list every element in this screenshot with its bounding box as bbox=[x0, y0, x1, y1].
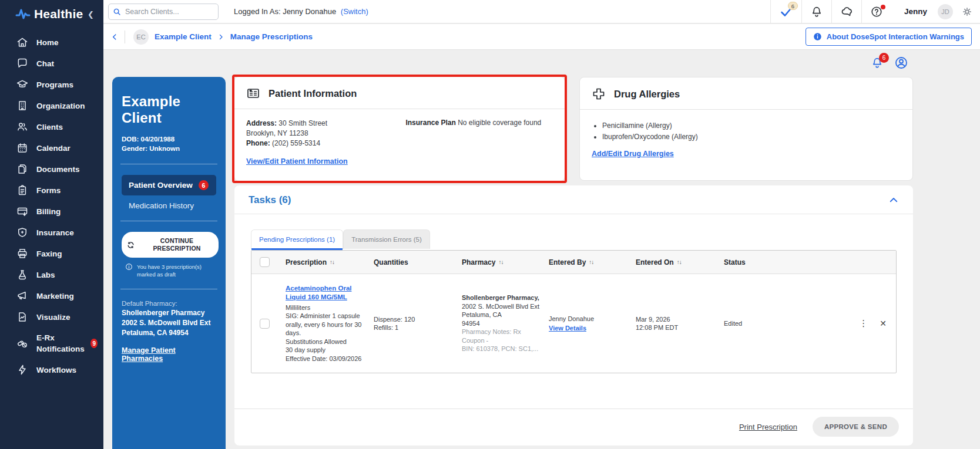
sidebar-item-label: Marketing bbox=[36, 291, 74, 302]
drug-sig: SIG: Administer 1 capsule orally, every … bbox=[286, 312, 367, 337]
sidebar-item-erx-notifications[interactable]: E-Rx Notifications 9 bbox=[0, 328, 103, 359]
apps-button[interactable] bbox=[831, 0, 861, 23]
sidebar-item-billing[interactable]: Billing bbox=[0, 201, 103, 222]
sidebar-item-visualize[interactable]: Visualize bbox=[0, 306, 103, 328]
flask-icon bbox=[16, 269, 28, 281]
clipboard-icon bbox=[16, 184, 28, 196]
workflow-icon bbox=[16, 364, 28, 376]
allergy-list: Penicillamine (Allergy) Ibuprofen/Oxycod… bbox=[602, 120, 901, 143]
tab-transmission-errors[interactable]: Transmission Errors (5) bbox=[343, 229, 430, 249]
client-name: Example Client bbox=[122, 93, 216, 126]
sidebar-item-label: E-Rx Notifications bbox=[36, 332, 86, 355]
sidebar-item-chat[interactable]: Chat bbox=[0, 53, 103, 74]
sidebar-item-label: Faxing bbox=[36, 248, 62, 259]
column-pharmacy[interactable]: Pharmacy ↑↓ bbox=[462, 258, 549, 266]
sidebar-item-label: Workflows bbox=[36, 364, 76, 376]
sidebar-item-faxing[interactable]: Faxing bbox=[0, 243, 103, 264]
patient-overview-label: Patient Overview bbox=[129, 181, 193, 190]
medication-history-tab[interactable]: Medication History bbox=[122, 195, 216, 210]
status-cell: Edited bbox=[724, 319, 838, 328]
bell-icon bbox=[810, 5, 823, 18]
tasks-check-button[interactable]: 6 bbox=[770, 0, 801, 23]
print-prescription-link[interactable]: Print Prescription bbox=[739, 423, 797, 431]
breadcrumb-divider bbox=[125, 31, 125, 43]
sidebar-item-programs[interactable]: Programs bbox=[0, 74, 103, 95]
dispense: Dispense: 120 bbox=[374, 315, 455, 324]
pharmacy-name: Shollenberger Pharmacy bbox=[122, 308, 216, 318]
main-content: 6 Example Client DOB: 04/20/1988 Gender:… bbox=[103, 50, 980, 449]
user-avatar[interactable]: JD bbox=[938, 4, 953, 19]
column-label: Entered By bbox=[549, 258, 586, 266]
back-chevron-icon[interactable] bbox=[103, 31, 125, 43]
draft-note-text: You have 3 prescription(s) marked as dra… bbox=[137, 263, 216, 278]
patient-overview-tab[interactable]: Patient Overview 6 bbox=[122, 175, 216, 195]
entered-on-time: 12:08 PM EDT bbox=[636, 323, 717, 332]
entered-on-cell: Mar 9, 2026 12:08 PM EDT bbox=[636, 315, 724, 332]
sidebar-item-organization[interactable]: Organization bbox=[0, 95, 103, 116]
sidebar-item-label: Clients bbox=[36, 121, 63, 133]
patient-address-block: Address: 30 Smith Street Brooklyn, NY 11… bbox=[246, 119, 405, 167]
patient-overview-badge: 6 bbox=[199, 180, 209, 190]
edit-patient-info-link[interactable]: View/Edit Patient Information bbox=[246, 157, 348, 167]
people-icon bbox=[16, 121, 28, 133]
kebab-menu-icon[interactable]: ⋮ bbox=[859, 318, 868, 329]
brand-name: Healthie bbox=[34, 7, 83, 21]
approve-send-button[interactable]: APPROVE & SEND bbox=[813, 417, 899, 437]
sort-icon: ↑↓ bbox=[589, 259, 593, 265]
continue-prescription-button[interactable]: CONTINUE PRESCRIPTION bbox=[122, 232, 219, 258]
notifications-bell-button[interactable] bbox=[801, 0, 831, 23]
chat-icon bbox=[16, 58, 28, 69]
address-value: 30 Smith Street bbox=[278, 119, 327, 127]
building-icon bbox=[16, 100, 28, 112]
info-icon bbox=[813, 32, 822, 41]
sidebar-item-workflows[interactable]: Workflows bbox=[0, 359, 103, 380]
allergy-item: Ibuprofen/Oxycodone (Allergy) bbox=[602, 131, 901, 143]
sidebar-item-clients[interactable]: Clients bbox=[0, 116, 103, 137]
continue-prescription-label: CONTINUE PRESCRIPTION bbox=[140, 237, 214, 252]
app-window: Healthie ❮ Home Chat Programs Organizati… bbox=[0, 0, 980, 449]
column-label: Status bbox=[724, 258, 746, 266]
delete-row-icon[interactable]: ✕ bbox=[880, 319, 887, 328]
search-input[interactable] bbox=[108, 4, 219, 20]
topbar-icons: 6 Jenny JD bbox=[770, 0, 980, 23]
sidebar-item-insurance[interactable]: Insurance bbox=[0, 222, 103, 243]
drug-unit: Milliliters bbox=[286, 303, 367, 312]
logged-in-label: Logged In As: bbox=[234, 7, 281, 16]
view-details-link[interactable]: View Details bbox=[549, 324, 586, 333]
sidebar-item-home[interactable]: Home bbox=[0, 32, 103, 53]
panel-divider bbox=[120, 164, 217, 164]
column-entered-by[interactable]: Entered By ↑↓ bbox=[549, 258, 636, 266]
column-entered-on[interactable]: Entered On ↑↓ bbox=[636, 258, 724, 266]
row-checkbox[interactable] bbox=[260, 319, 270, 329]
sidebar-item-documents[interactable]: Documents bbox=[0, 158, 103, 180]
sidebar-item-marketing[interactable]: Marketing bbox=[0, 285, 103, 306]
manage-pharmacies-link[interactable]: Manage Patient Pharmacies bbox=[122, 346, 216, 363]
settings-gear-icon[interactable] bbox=[961, 6, 973, 18]
pharmacy-addr2: Petaluma, CA 94954 bbox=[122, 328, 216, 338]
sidebar-item-forms[interactable]: Forms bbox=[0, 180, 103, 201]
collapse-chevron-icon[interactable] bbox=[888, 195, 899, 205]
sidebar-item-label: Labs bbox=[36, 269, 55, 281]
account-icon[interactable] bbox=[894, 56, 908, 70]
tab-pending-prescriptions[interactable]: Pending Prescriptions (1) bbox=[251, 229, 343, 249]
column-prescription[interactable]: Prescription ↑↓ bbox=[286, 258, 374, 266]
erx-notifications-bell-button[interactable]: 6 bbox=[871, 56, 884, 69]
about-dosespot-button[interactable]: About DoseSpot Interaction Warnings bbox=[806, 28, 972, 46]
sidebar-collapse-icon[interactable]: ❮ bbox=[84, 9, 98, 20]
pharmacy-addr1: 2002 S. McDowell Blvd Ext bbox=[122, 318, 216, 328]
row-actions: ⋮ ✕ bbox=[838, 318, 896, 329]
breadcrumb-client-link[interactable]: Example Client bbox=[155, 32, 212, 41]
drug-allergies-body: Penicillamine (Allergy) Ibuprofen/Oxycod… bbox=[580, 110, 912, 167]
edit-allergies-link[interactable]: Add/Edit Drug Allergies bbox=[592, 150, 674, 158]
table-header-row: Prescription ↑↓ Quantities Pharmacy ↑↓ E… bbox=[251, 251, 896, 274]
help-button[interactable] bbox=[861, 0, 891, 23]
sidebar-item-labs[interactable]: Labs bbox=[0, 264, 103, 285]
calendar-icon bbox=[16, 142, 28, 154]
sidebar-item-calendar[interactable]: Calendar bbox=[0, 137, 103, 158]
drug-link[interactable]: Acetaminophen Oral Liquid 160 MG/5ML bbox=[286, 284, 367, 302]
switch-user-link[interactable]: (Switch) bbox=[341, 7, 368, 16]
select-all-checkbox[interactable] bbox=[260, 257, 270, 267]
pills-icon bbox=[16, 337, 28, 349]
sort-icon: ↑↓ bbox=[330, 259, 334, 265]
pharmacy-line: 94954 bbox=[462, 319, 542, 328]
